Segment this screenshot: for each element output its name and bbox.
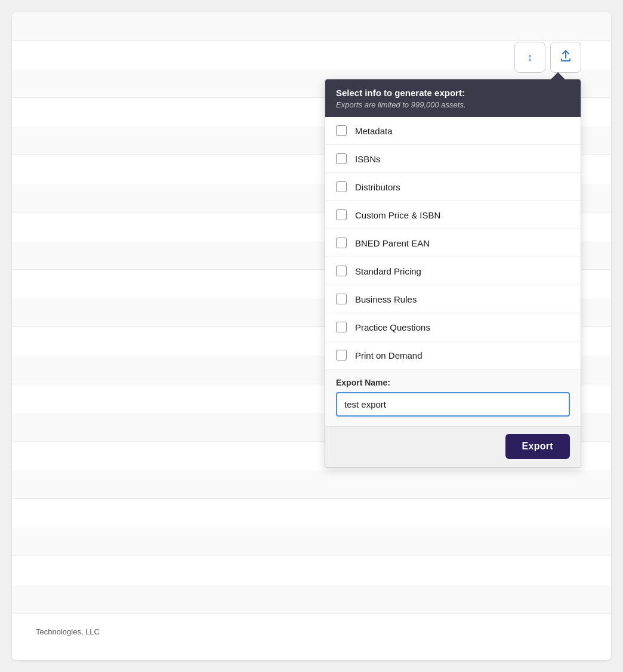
bg-row-17 xyxy=(12,470,611,499)
checkbox-metadata[interactable] xyxy=(336,125,347,136)
option-label-isbns: ISBNs xyxy=(355,154,381,164)
panel-options: Metadata ISBNs Distributors Custom Price… xyxy=(325,117,581,369)
option-label-distributors: Distributors xyxy=(355,182,400,192)
toolbar: ↕ xyxy=(514,42,581,73)
footer-text: Technologies, LLC xyxy=(36,627,100,636)
option-row-metadata[interactable]: Metadata xyxy=(325,117,581,145)
checkbox-bned-parent-ean[interactable] xyxy=(336,238,347,248)
checkbox-practice-questions[interactable] xyxy=(336,322,347,332)
bg-row-19 xyxy=(12,528,611,556)
option-label-business-rules: Business Rules xyxy=(355,294,417,304)
sort-button[interactable]: ↕ xyxy=(514,42,545,73)
upload-icon xyxy=(559,50,572,66)
export-name-section: Export Name: xyxy=(325,369,581,426)
checkbox-custom-price-isbn[interactable] xyxy=(336,209,347,220)
page-background: ↕ Select info to generate export: Export… xyxy=(0,0,623,672)
main-card: ↕ Select info to generate export: Export… xyxy=(12,12,611,660)
option-label-custom-price-isbn: Custom Price & ISBN xyxy=(355,210,440,220)
option-label-bned-parent-ean: BNED Parent EAN xyxy=(355,238,430,248)
option-row-custom-price-isbn[interactable]: Custom Price & ISBN xyxy=(325,201,581,229)
option-row-standard-pricing[interactable]: Standard Pricing xyxy=(325,257,581,285)
panel-header-subtitle: Exports are limited to 999,000 assets. xyxy=(336,100,466,109)
option-label-standard-pricing: Standard Pricing xyxy=(355,266,421,276)
option-row-business-rules[interactable]: Business Rules xyxy=(325,285,581,313)
checkbox-isbns[interactable] xyxy=(336,153,347,164)
sort-icon: ↕ xyxy=(528,51,533,64)
export-name-input[interactable] xyxy=(336,392,570,417)
export-button[interactable]: Export xyxy=(505,434,570,459)
option-row-distributors[interactable]: Distributors xyxy=(325,173,581,201)
export-trigger-button[interactable] xyxy=(550,42,581,73)
checkbox-business-rules[interactable] xyxy=(336,294,347,304)
option-row-isbns[interactable]: ISBNs xyxy=(325,145,581,173)
export-dropdown-panel: Select info to generate export: Exports … xyxy=(325,79,581,468)
panel-header: Select info to generate export: Exports … xyxy=(325,79,581,117)
checkbox-standard-pricing[interactable] xyxy=(336,266,347,276)
option-row-print-on-demand[interactable]: Print on Demand xyxy=(325,341,581,369)
option-row-practice-questions[interactable]: Practice Questions xyxy=(325,313,581,341)
bg-row-1 xyxy=(12,12,611,41)
export-name-label: Export Name: xyxy=(336,378,570,387)
option-label-print-on-demand: Print on Demand xyxy=(355,350,422,360)
option-label-practice-questions: Practice Questions xyxy=(355,322,430,332)
export-button-section: Export xyxy=(325,426,581,467)
option-row-bned-parent-ean[interactable]: BNED Parent EAN xyxy=(325,229,581,257)
option-label-metadata: Metadata xyxy=(355,126,393,136)
panel-header-title: Select info to generate export: xyxy=(336,88,570,98)
checkbox-print-on-demand[interactable] xyxy=(336,350,347,360)
bg-row-21 xyxy=(12,585,611,614)
checkbox-distributors[interactable] xyxy=(336,181,347,192)
